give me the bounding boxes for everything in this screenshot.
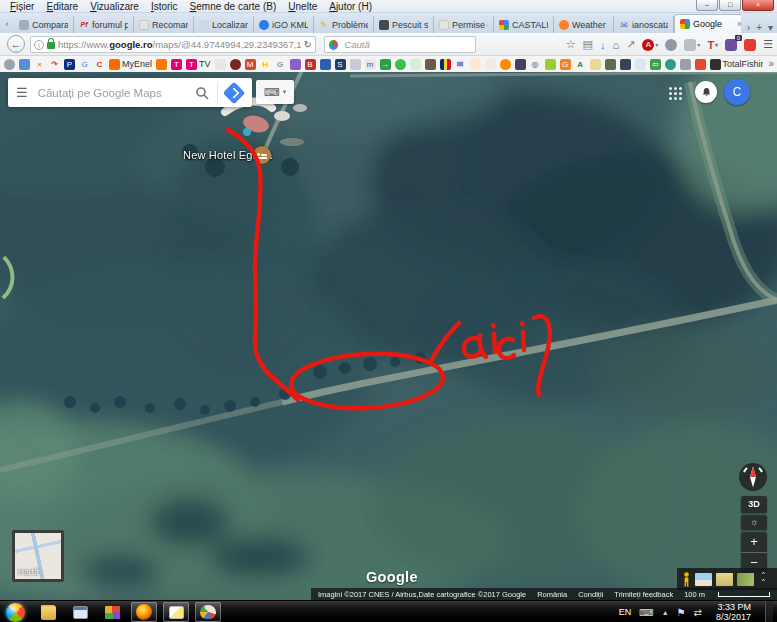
bookmark-myenel[interactable]: MyEnel — [109, 59, 152, 70]
maps-search-card[interactable]: ☰ — [8, 78, 252, 107]
account-avatar[interactable]: C — [724, 79, 750, 105]
bookmark-icon[interactable]: P — [64, 59, 75, 70]
menu-icon[interactable]: ☰ — [763, 38, 773, 51]
hamburger-menu-icon[interactable]: ☰ — [16, 85, 28, 100]
network-icon[interactable]: ⇄ — [694, 607, 702, 618]
web-search-input[interactable] — [342, 38, 471, 51]
map-viewport[interactable]: ☰ ⌨▾ C New Hotel Egreta — [0, 72, 777, 600]
bookmark-icon[interactable] — [4, 59, 15, 70]
pegman-icon[interactable] — [682, 572, 691, 587]
action-center-flag-icon[interactable]: ⚑ — [677, 607, 686, 618]
bookmark-icon[interactable] — [395, 59, 406, 70]
bookmark-icon[interactable] — [410, 59, 421, 70]
bookmark-icon[interactable]: ✉ — [455, 59, 466, 70]
bookmark-icon[interactable] — [215, 59, 226, 70]
bookmark-icon[interactable]: C — [94, 59, 105, 70]
bookmark-icon[interactable] — [695, 59, 706, 70]
bookmark-icon[interactable] — [680, 59, 691, 70]
ghostery-icon[interactable] — [665, 39, 677, 51]
bookmark-icon[interactable]: → — [380, 59, 391, 70]
bookmark-icon[interactable]: ◎ — [530, 59, 541, 70]
bookmark-icon[interactable] — [350, 59, 361, 70]
search-engine-icon[interactable] — [329, 40, 338, 50]
bookmark-icon[interactable] — [665, 59, 676, 70]
tab-scroll-right-icon[interactable]: › — [747, 22, 750, 33]
menu-editare[interactable]: Editare — [40, 1, 84, 12]
tab-close-icon[interactable]: × — [737, 19, 741, 29]
bookmark-icon[interactable] — [230, 59, 241, 70]
tab-castalia[interactable]: CASTALIA — [494, 16, 554, 33]
hotel-poi-icon[interactable] — [253, 146, 271, 164]
menu-ajutor-h[interactable]: Ajutor (H) — [323, 1, 378, 12]
page-info-icon[interactable]: i — [34, 40, 44, 50]
bookmark-icon[interactable] — [440, 59, 451, 70]
tab-localizare[interactable]: Localizare — [194, 16, 254, 33]
bookmark-icon[interactable] — [290, 59, 301, 70]
tab-ianoscatali[interactable]: ✉ianoscatali — [614, 16, 674, 33]
google-apps-icon[interactable] — [669, 87, 683, 101]
map-type-thumbnail[interactable]: Hartă — [12, 530, 64, 582]
bookmark-icon[interactable]: A — [575, 59, 586, 70]
bookmark-icon[interactable]: H — [260, 59, 271, 70]
taskbar-calculator-icon[interactable] — [67, 602, 93, 622]
bookmark-icon[interactable]: B — [305, 59, 316, 70]
archive-addon-icon[interactable]: ▾ — [684, 39, 700, 51]
bookmark-icon[interactable] — [545, 59, 556, 70]
bookmark-icon[interactable]: ↷ — [49, 59, 60, 70]
tab-igo-kml-p[interactable]: iGO KML P — [254, 16, 314, 33]
tab-weather-in[interactable]: Weather in — [554, 16, 614, 33]
bookmark-icon[interactable] — [470, 59, 481, 70]
notifications-bell-icon[interactable] — [695, 81, 717, 103]
tab-recomandare[interactable]: Recomandare — [134, 16, 194, 33]
imagery-thumb[interactable] — [716, 573, 733, 586]
taskbar-app-grid-icon[interactable] — [99, 602, 125, 622]
feedback-link[interactable]: Trimiteți feedback — [614, 590, 673, 599]
bookmark-totalfishing[interactable]: TotalFishing — [710, 59, 763, 70]
tab-google[interactable]: Google× — [674, 14, 741, 33]
taskbar-notes-icon[interactable] — [163, 602, 189, 622]
translate-icon[interactable]: T▾ — [707, 39, 718, 51]
show-desktop-button[interactable] — [765, 601, 773, 622]
3d-view-button[interactable]: 3D — [741, 496, 767, 513]
downloadhelper-icon[interactable] — [744, 39, 756, 51]
bookmark-icon[interactable] — [635, 59, 646, 70]
bookmark-icon[interactable] — [320, 59, 331, 70]
maps-search-input[interactable] — [36, 86, 187, 100]
hidden-icons-chevron[interactable]: ▲ — [662, 609, 669, 616]
bookmark-icon[interactable]: M — [245, 59, 256, 70]
bookmark-icon[interactable] — [515, 59, 526, 70]
pocket-icon[interactable]: ▤ — [583, 38, 593, 51]
my-location-button[interactable]: ☼ — [741, 515, 767, 530]
bookmark-icon[interactable]: S — [335, 59, 346, 70]
bookmark-icon[interactable] — [620, 59, 631, 70]
language-indicator[interactable]: EN — [619, 607, 632, 617]
bookmarks-overflow-icon[interactable]: » — [768, 58, 774, 69]
bookmark-icon[interactable]: G — [275, 59, 286, 70]
back-button[interactable]: ← — [7, 35, 25, 53]
bookmark-tv[interactable]: TTV — [186, 59, 211, 70]
taskbar-paint-icon[interactable] — [195, 602, 221, 622]
chevron-down-icon[interactable]: ▾ — [715, 41, 718, 48]
directions-icon[interactable] — [223, 81, 246, 104]
reload-icon[interactable]: ↻ — [304, 39, 312, 50]
taskbar-explorer-icon[interactable] — [35, 602, 61, 622]
list-tabs-icon[interactable]: ▾ — [768, 22, 773, 33]
keyboard-toggle[interactable]: ⌨▾ — [256, 80, 294, 104]
bookmark-icon[interactable] — [500, 59, 511, 70]
taskbar-firefox-icon[interactable] — [131, 602, 157, 622]
bookmark-icon[interactable] — [156, 59, 167, 70]
bookmark-icon[interactable]: ⇦ — [650, 59, 661, 70]
send-tab-icon[interactable]: ↗ — [626, 38, 635, 51]
zoom-in-button[interactable]: + — [741, 532, 767, 553]
bookmark-star-icon[interactable]: ☆ — [566, 38, 576, 51]
bookmark-icon[interactable]: G — [79, 59, 90, 70]
search-bar[interactable] — [324, 36, 476, 53]
tab-scroll-left-icon[interactable]: ‹ — [0, 15, 14, 33]
menu-istoric[interactable]: Istoric — [145, 1, 184, 12]
tab-permise-online[interactable]: Permise online — [434, 16, 494, 33]
restore-button[interactable]: □ — [719, 0, 741, 11]
bookmark-icon[interactable] — [485, 59, 496, 70]
chevron-down-icon[interactable]: ▾ — [655, 41, 658, 48]
bookmark-icon[interactable]: m — [365, 59, 376, 70]
bookmark-icon[interactable]: T — [171, 59, 182, 70]
